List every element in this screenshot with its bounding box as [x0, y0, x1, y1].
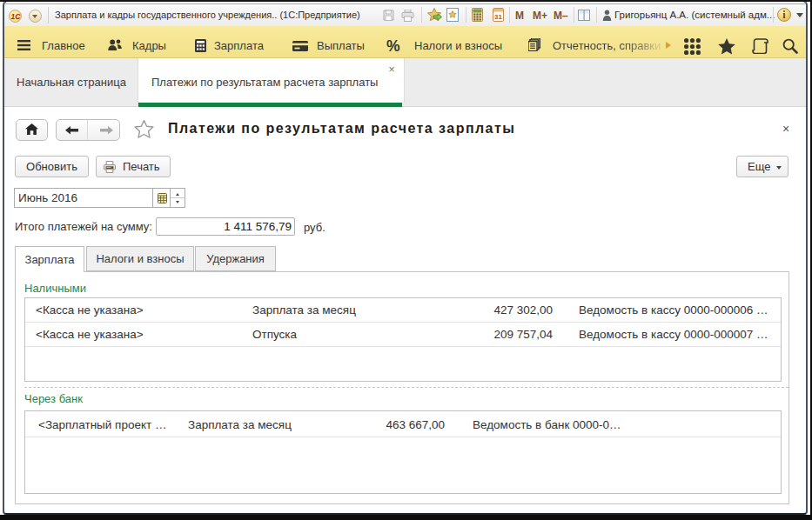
svg-text:31: 31	[494, 13, 502, 21]
